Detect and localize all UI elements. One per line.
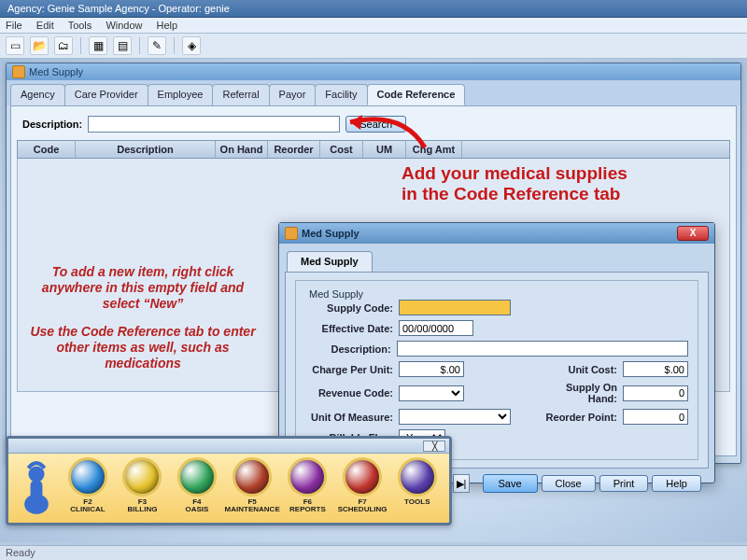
dock-item-label: F7SCHEDULING [338, 498, 388, 513]
charge-per-unit-label: Charge Per Unit: [305, 364, 399, 375]
dock-collapse-icon[interactable]: ╳ [423, 441, 445, 452]
dock-item-label: F3BILLING [127, 498, 157, 513]
child-window-titlebar: Med Supply [7, 63, 740, 80]
menu-bar: File Edit Tools Window Help [0, 18, 747, 34]
annotation-instructions: To add a new item, right click anywhere … [26, 264, 260, 371]
workspace: Med Supply AgencyCare ProviderEmployeeRe… [0, 59, 747, 542]
tools-medallion-icon [398, 457, 437, 497]
save-button[interactable]: Save [483, 474, 538, 493]
search-row: Description: Search [17, 112, 730, 140]
dock-item-label: F4OASIS [185, 498, 208, 513]
genie-mascot-icon [16, 457, 58, 519]
supply-code-input[interactable] [399, 300, 511, 315]
status-text: Ready [6, 547, 35, 558]
menu-file[interactable]: File [6, 20, 22, 31]
dock-item-maintenance[interactable]: F5MAINTENANCE [227, 457, 277, 513]
annotation-p2: Use the Code Reference tab to enter othe… [26, 324, 260, 371]
open-folder-icon[interactable]: 📂 [30, 36, 49, 55]
grid-col-reorder[interactable]: Reorder [268, 141, 320, 158]
charge-per-unit-input[interactable] [399, 361, 464, 377]
grid-header: CodeDescriptionOn HandReorderCostUMChg A… [17, 140, 730, 159]
dock-titlebar[interactable]: ╳ [8, 439, 449, 454]
nav-last-icon[interactable]: ▶| [453, 474, 471, 493]
tab-agency[interactable]: Agency [10, 84, 65, 105]
menu-edit[interactable]: Edit [36, 20, 54, 31]
unit-of-measure-select[interactable] [399, 409, 511, 425]
dock-item-scheduling[interactable]: F7SCHEDULING [338, 457, 388, 513]
dialog-titlebar[interactable]: Med Supply X [279, 223, 714, 244]
supply-on-hand-input[interactable] [623, 385, 688, 401]
dock-item-label: F6REPORTS [289, 498, 326, 513]
folder-tree-icon[interactable]: 🗂 [54, 36, 73, 55]
grid-col-code[interactable]: Code [18, 141, 76, 158]
close-icon[interactable]: X [677, 226, 709, 241]
unit-of-measure-label: Unit Of Measure: [305, 412, 399, 423]
billing-medallion-icon [122, 457, 162, 497]
main-toolbar: ▭ 📂 🗂 ▦ ▤ ✎ ◈ [0, 34, 747, 59]
grid-col-on-hand[interactable]: On Hand [216, 141, 268, 158]
grid-col-chg-amt[interactable]: Chg Amt [406, 141, 462, 158]
dock-item-oasis[interactable]: F4OASIS [173, 457, 221, 513]
grid-col-description[interactable]: Description [76, 141, 216, 158]
med-supply-fieldset: Med Supply Supply Code: Effective Date: … [295, 280, 698, 460]
form-icon[interactable]: ▤ [113, 36, 132, 55]
effective-date-input[interactable] [399, 320, 473, 336]
fieldset-legend: Med Supply [305, 288, 367, 300]
reorder-point-input[interactable] [623, 409, 688, 425]
reports-medallion-icon [288, 457, 327, 497]
dock-item-label: F2CLINICAL [70, 498, 105, 513]
new-doc-icon[interactable]: ▭ [6, 36, 24, 55]
revenue-code-label: Revenue Code: [305, 387, 399, 399]
description-input[interactable] [88, 116, 340, 133]
supply-code-label: Supply Code: [305, 302, 399, 314]
tab-employee[interactable]: Employee [148, 84, 214, 105]
tab-code-reference[interactable]: Code Reference [367, 84, 466, 105]
reorder-point-label: Reorder Point: [534, 412, 623, 423]
tab-facility[interactable]: Facility [315, 84, 367, 105]
search-button[interactable]: Search [345, 116, 406, 133]
scheduling-medallion-icon [343, 457, 382, 497]
dock-item-billing[interactable]: F3BILLING [118, 457, 166, 513]
grid-col-cost[interactable]: Cost [320, 141, 363, 158]
grid-col-um[interactable]: UM [363, 141, 406, 158]
toolbar-separator [139, 37, 140, 54]
print-button[interactable]: Print [599, 475, 649, 492]
grid-icon[interactable]: ▦ [89, 36, 107, 55]
med-supply-icon [12, 65, 25, 78]
status-bar: Ready [0, 545, 747, 560]
maintenance-medallion-icon [233, 457, 272, 497]
menu-window[interactable]: Window [106, 20, 142, 31]
annotation-headline-l1: Add your medical supplies [402, 163, 627, 184]
effective-date-label: Effective Date: [305, 323, 399, 334]
dock-item-label: F5MAINTENANCE [225, 498, 280, 513]
description-field[interactable] [397, 341, 688, 357]
help-book-icon[interactable]: ◈ [182, 36, 201, 55]
svg-rect-1 [31, 480, 43, 499]
tab-payor[interactable]: Payor [269, 84, 317, 105]
tab-referral[interactable]: Referral [212, 84, 269, 105]
dialog-tab-med-supply[interactable]: Med Supply [287, 251, 373, 272]
oasis-medallion-icon [177, 457, 217, 497]
help-button[interactable]: Help [652, 475, 701, 492]
unit-cost-input[interactable] [623, 361, 688, 377]
supply-on-hand-label: Supply On Hand: [534, 382, 623, 404]
dock-item-reports[interactable]: F6REPORTS [283, 457, 331, 513]
tab-care-provider[interactable]: Care Provider [64, 84, 148, 105]
svg-point-2 [29, 466, 45, 482]
dock-item-tools[interactable]: TOOLS [393, 457, 442, 506]
app-title-text: Agency: Genie Sample Agency - Operator: … [7, 3, 230, 14]
menu-tools[interactable]: Tools [68, 20, 92, 31]
main-tabstrip: AgencyCare ProviderEmployeeReferralPayor… [7, 80, 740, 105]
edit-pencil-icon[interactable]: ✎ [148, 36, 166, 55]
toolbar-separator [80, 37, 81, 54]
dock-item-clinical[interactable]: F2CLINICAL [63, 457, 112, 513]
revenue-code-select[interactable] [399, 385, 464, 401]
annotation-headline: Add your medical supplies in the Code Re… [402, 163, 627, 204]
close-button[interactable]: Close [542, 475, 596, 492]
task-dock: ╳ F2CLINICALF3BILLINGF4OASISF5MAINTENANC… [6, 436, 452, 525]
dock-item-label: TOOLS [404, 498, 430, 506]
med-supply-icon [285, 227, 298, 240]
menu-help[interactable]: Help [157, 20, 178, 31]
clinical-medallion-icon [68, 457, 107, 497]
toolbar-separator [174, 37, 175, 54]
